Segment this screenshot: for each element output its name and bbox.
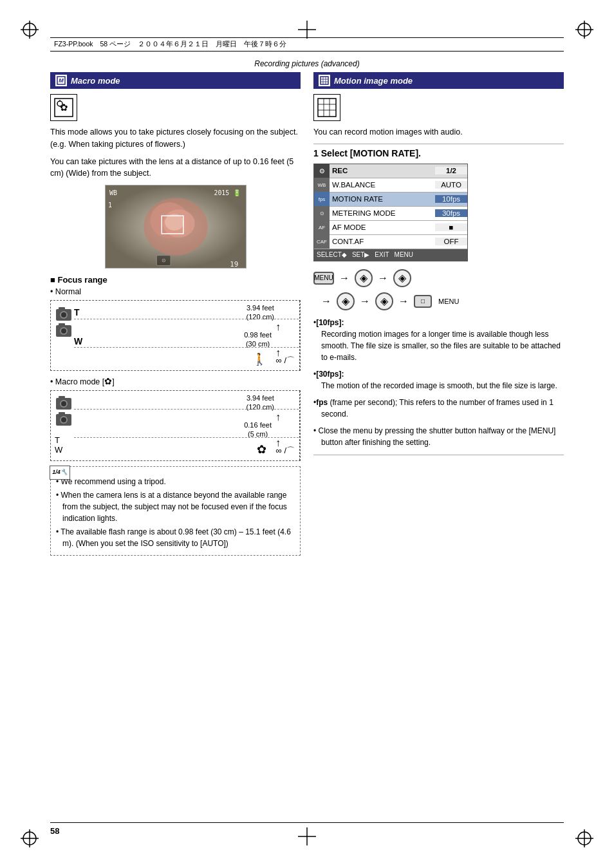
menu-fps-value: 10fps (435, 195, 467, 203)
svg-point-42 (61, 401, 66, 406)
focus-diagram-normal: T W 3.94 feet(120 cm) 0.98 feet(30 cm) ↑… (50, 300, 301, 371)
menu-af-icon: AF (314, 220, 330, 234)
corner-mark-br (575, 829, 593, 847)
motion-bullet-10fps: •[10fps]: Recording motion images for a … (313, 317, 564, 363)
step1-heading: 1 Select [MOTION RATE]. (313, 148, 564, 158)
arrow-person-top-1: ↑ (275, 321, 281, 333)
menu-fps-icon: fps (314, 192, 330, 206)
menu-set-label: SET▶ (352, 251, 369, 258)
header-file-info: FZ3-PP.book 58 ページ ２００４年６月２１日 月曜日 午後７時６分 (54, 40, 286, 49)
menu-meter-icon: ⊙ (314, 206, 330, 220)
menu-page: 1/2 (435, 167, 467, 175)
macro-photo: WB 2015 🔋 1 19 ⊙ (105, 185, 247, 269)
svg-text:🔋: 🔋 (233, 189, 241, 197)
motion-bullet-fps: •fps (frame per second); This refers to … (313, 397, 564, 420)
svg-rect-36 (59, 323, 65, 327)
col-left: M Macro mode ✿ This mode allows you to t… (50, 72, 301, 816)
menu-button-2[interactable]: □ (414, 295, 432, 308)
focus-range-heading: ■ Focus range (50, 275, 301, 285)
svg-point-38 (61, 328, 66, 334)
arrow-1: → (339, 272, 349, 284)
svg-text:2015: 2015 (214, 189, 229, 196)
page-number: 58 (50, 826, 59, 836)
motion-bullets: •[10fps]: Recording motion images for a … (313, 317, 564, 448)
motion-section-header: Motion image mode (313, 72, 564, 89)
crosshair-svg (298, 827, 316, 845)
macro-body-text-2: You can take pictures with the lens at a… (50, 156, 301, 180)
macro-icon-box: M (55, 75, 67, 86)
motion-rule (313, 144, 564, 144)
menu-menu-label: MENU (395, 251, 413, 258)
menu-select-label: SELECT◆ (317, 251, 347, 258)
menu-screenshot: ⊙ REC 1/2 WB W.BALANCE AUTO fps MOTION R… (313, 164, 468, 261)
svg-point-22 (165, 214, 184, 231)
nav-row-1: MENU → ◈ → ◈ (313, 269, 564, 287)
hline-top-1 (74, 319, 299, 319)
hline-bot-2 (74, 437, 299, 438)
label-T-1: T (74, 307, 80, 317)
menu-exit-label: EXIT (375, 251, 389, 258)
camera-svg-2 (55, 395, 73, 433)
menu-bottom-bar: SELECT◆ SET▶ EXIT MENU (314, 249, 467, 261)
nav-circle-1[interactable]: ◈ (355, 269, 373, 287)
menu-rec-icon: ⊙ (314, 164, 330, 178)
menu-label2: MENU (438, 297, 459, 305)
motion-mode-icon (317, 97, 337, 118)
menu-row-contaf: CAF CONT.AF OFF (314, 235, 467, 249)
menu-row-wbalance: WB W.BALANCE AUTO (314, 178, 467, 193)
bottom-crosshair (298, 827, 316, 847)
macro-section-title: Macro mode (71, 76, 120, 86)
feet-label-bot-1: 0.98 feet(30 cm) (244, 330, 272, 349)
menu-meter-label: METERING MODE (330, 209, 435, 217)
motion-section-title: Motion image mode (334, 76, 413, 86)
arrow-3: → (321, 296, 331, 307)
label-W-1: W (74, 336, 82, 346)
arrow-4: → (360, 296, 370, 307)
arrow-person-top-2: ↑ (275, 411, 281, 423)
page-subtitle: Recording pictures (advanced) (0, 59, 614, 68)
nav-circle-4[interactable]: ◈ (375, 292, 393, 310)
bottom-rule (50, 822, 564, 823)
svg-rect-47 (321, 77, 328, 84)
camera-svg-1 (55, 306, 73, 344)
macro-mode-icon: ✿ (53, 97, 74, 118)
infinity-1: ∞ /⌒ (276, 355, 295, 366)
person-icon-2: ✿ (257, 442, 266, 457)
dashed-line-2 (299, 391, 300, 460)
svg-text:⊙: ⊙ (161, 258, 165, 263)
svg-rect-40 (59, 396, 65, 400)
dashed-line-1 (299, 301, 300, 370)
menu-caf-label: CONT.AF (330, 238, 435, 245)
motion-icon (320, 76, 329, 85)
focus-diagram-macro: T W 3.94 feet(120 cm) 0.16 feet(5 cm) ↑ … (50, 390, 301, 461)
camera-icon-diag1 (55, 306, 73, 346)
svg-text:✿: ✿ (60, 102, 68, 113)
svg-rect-44 (59, 412, 65, 416)
corner-mark-tl (21, 21, 39, 39)
motion-bullet-close: • Close the menu by pressing the shutter… (313, 425, 564, 448)
menu-wb-icon: WB (314, 178, 330, 192)
menu-button[interactable]: MENU (313, 272, 334, 285)
menu-header-row: ⊙ REC 1/2 (314, 164, 467, 178)
top-crosshair (298, 21, 316, 41)
feet-label-bot-2: 0.16 feet(5 cm) (244, 420, 272, 439)
hline-top-2 (74, 409, 299, 410)
macro-sub-bullet: • Macro mode [✿] (50, 376, 301, 386)
nav-circle-3[interactable]: ◈ (337, 292, 355, 310)
person-icon-1: 🚶 (252, 352, 266, 366)
motion-icon-box (319, 75, 330, 86)
svg-text:WB: WB (109, 189, 116, 196)
right-col-bottom-rule (313, 455, 564, 455)
arrow-2: → (378, 272, 388, 284)
nav-row-2: → ◈ → ◈ → □ MENU (320, 292, 564, 310)
arrow-5: → (398, 296, 409, 307)
svg-rect-52 (318, 99, 336, 117)
hline-bot-1 (74, 347, 299, 348)
svg-point-46 (61, 417, 66, 422)
top-crosshair-svg (298, 21, 316, 39)
svg-point-34 (61, 312, 66, 317)
motion-mode-icon-block (313, 94, 340, 121)
tip-bullet-3: • The available flash range is about 0.9… (56, 526, 295, 549)
menu-af-value: ■ (435, 223, 467, 231)
nav-circle-2[interactable]: ◈ (393, 269, 411, 287)
